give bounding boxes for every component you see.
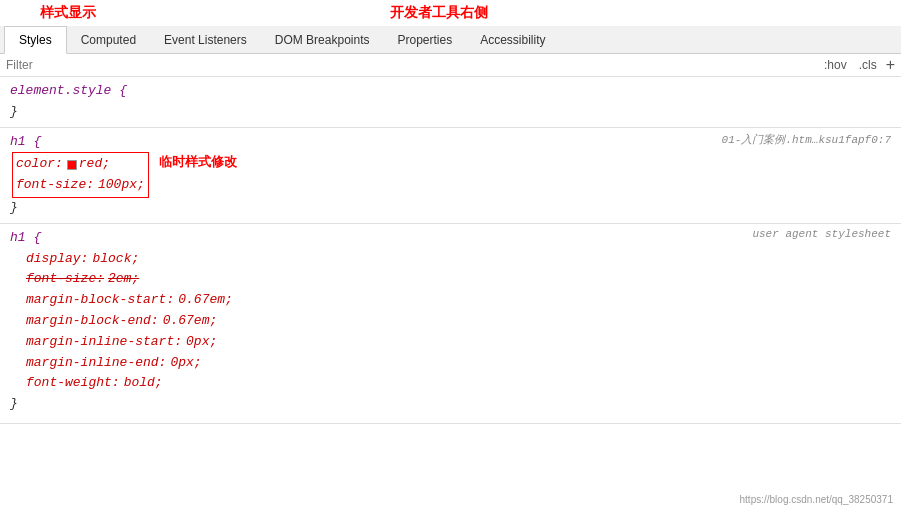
h1-close-line: } xyxy=(10,198,891,219)
prop-value: 0px; xyxy=(170,353,201,374)
h1-block1: 01-入门案例.htm…ksu1fapf0:7 h1 { color: red;… xyxy=(0,128,901,224)
prop-name: margin-inline-end: xyxy=(10,353,166,374)
h1-block2-prop-line: margin-block-start:0.67em; xyxy=(10,290,891,311)
tabs-bar: Styles Computed Event Listeners DOM Brea… xyxy=(0,26,901,54)
h1-block2-prop-line: display:block; xyxy=(10,249,891,270)
annotation-left: 样式显示 xyxy=(40,4,96,22)
hov-button[interactable]: :hov xyxy=(821,57,850,73)
element-style-selector-line: element.style { xyxy=(10,81,891,102)
element-style-close: } xyxy=(10,102,18,123)
h1-block2: user agent stylesheet h1 { display:block… xyxy=(0,224,901,424)
prop-value: bold; xyxy=(124,373,163,394)
tab-styles[interactable]: Styles xyxy=(4,26,67,54)
h1-block2-prop-line: margin-inline-end:0px; xyxy=(10,353,891,374)
h1-block2-selector: h1 { xyxy=(10,228,41,249)
top-annotations: 样式显示 开发者工具右侧 xyxy=(0,0,901,26)
element-style-close-line: } xyxy=(10,102,891,123)
h1-block2-prop-line: font-size:2em; xyxy=(10,269,891,290)
h1-fontsize-line: font-size: 100px; xyxy=(16,175,145,196)
color-swatch-red[interactable] xyxy=(67,160,77,170)
element-style-block: element.style { } xyxy=(0,77,901,128)
highlight-box: color: red; font-size: 100px; xyxy=(12,152,149,198)
prop-name: margin-block-end: xyxy=(10,311,159,332)
tab-dom-breakpoints[interactable]: DOM Breakpoints xyxy=(261,27,384,53)
h1-block2-prop-line: margin-block-end:0.67em; xyxy=(10,311,891,332)
h1-block2-close: } xyxy=(10,394,18,415)
h1-color-prop: color: xyxy=(16,154,63,175)
cls-button[interactable]: .cls xyxy=(856,57,880,73)
h1-block2-prop-line: margin-inline-start:0px; xyxy=(10,332,891,353)
prop-value: 0.67em; xyxy=(178,290,233,311)
tab-accessibility[interactable]: Accessibility xyxy=(466,27,559,53)
h1-color-value: red; xyxy=(79,154,110,175)
prop-value: block; xyxy=(92,249,139,270)
watermark: https://blog.csdn.net/qq_38250371 xyxy=(740,494,893,505)
tab-computed[interactable]: Computed xyxy=(67,27,150,53)
filter-input[interactable] xyxy=(6,58,817,72)
h1-color-line: color: red; xyxy=(16,154,145,175)
h1-block2-close-line: } xyxy=(10,394,891,415)
prop-value: 0px; xyxy=(186,332,217,353)
prop-name: font-weight: xyxy=(10,373,120,394)
prop-value: 0.67em; xyxy=(163,311,218,332)
temp-style-annotation: 临时样式修改 xyxy=(159,152,237,173)
prop-name: display: xyxy=(10,249,88,270)
h1-selector: h1 { xyxy=(10,132,41,153)
annotation-center: 开发者工具右侧 xyxy=(390,4,488,22)
tab-event-listeners[interactable]: Event Listeners xyxy=(150,27,261,53)
h1-color-fontsize-group: color: red; font-size: 100px; 临时样式修改 xyxy=(10,152,891,198)
filter-buttons: :hov .cls + xyxy=(821,57,895,73)
prop-value: 2em; xyxy=(108,269,139,290)
h1-fontsize-value: 100px; xyxy=(98,175,145,196)
h1-fontsize-prop: font-size: xyxy=(16,175,94,196)
add-style-button[interactable]: + xyxy=(886,57,895,73)
h1-block2-source: user agent stylesheet xyxy=(752,228,891,240)
h1-close: } xyxy=(10,198,18,219)
prop-name: margin-inline-start: xyxy=(10,332,182,353)
prop-name: margin-block-start: xyxy=(10,290,174,311)
h1-block2-prop-line: font-weight:bold; xyxy=(10,373,891,394)
element-style-selector: element.style { xyxy=(10,81,127,102)
prop-name: font-size: xyxy=(10,269,104,290)
h1-block2-props: display:block;font-size:2em;margin-block… xyxy=(10,249,891,395)
filter-bar: :hov .cls + xyxy=(0,54,901,77)
tab-properties[interactable]: Properties xyxy=(383,27,466,53)
h1-source: 01-入门案例.htm…ksu1fapf0:7 xyxy=(722,132,891,147)
